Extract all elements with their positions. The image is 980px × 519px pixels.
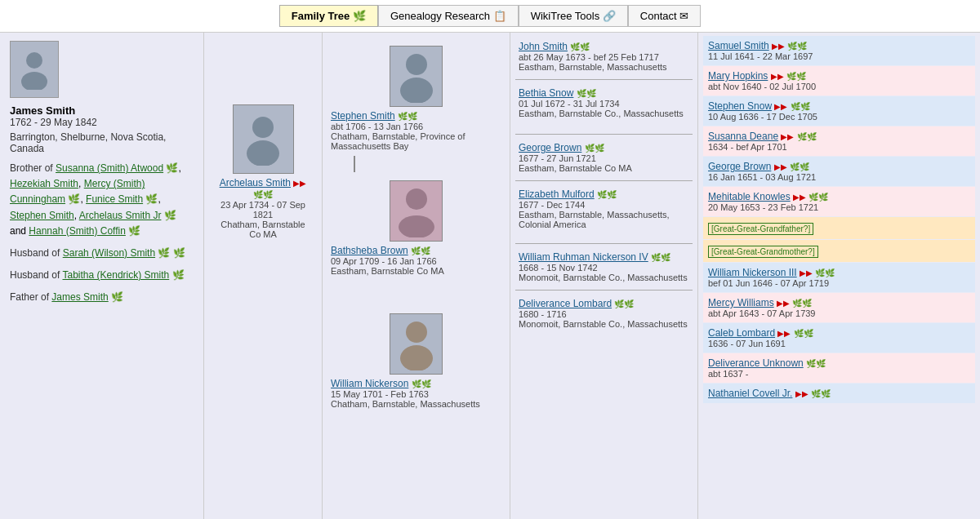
spacer-2 — [515, 123, 693, 131]
george-brown-ggf-dates: 16 Jan 1651 - 03 Aug 1721 — [708, 172, 970, 182]
william-nickerson-leaf-icon: 🌿🌿 — [412, 379, 431, 388]
deliverance-unknown-link[interactable]: Deliverance Unknown — [708, 357, 804, 369]
kin-link-sarah[interactable]: Sarah (Wilson) Smith — [63, 247, 155, 259]
nathaniel-covell-link[interactable]: Nathaniel Covell Jr. — [708, 388, 792, 399]
col5-caleb-lombard: Caleb Lombard ▶▶ 🌿🌿 1636 - 07 Jun 1691 — [703, 323, 975, 353]
svg-point-3 — [247, 140, 279, 166]
kin-link-funice[interactable]: Funice Smith — [86, 193, 143, 205]
samuel-dna-icon: ▶▶ — [772, 42, 785, 51]
col5-mary-hopkins: Mary Hopkins ▶▶ 🌿🌿 abt Nov 1640 - 02 Jul… — [703, 66, 975, 95]
john-smith-link[interactable]: John Smith — [519, 41, 568, 52]
kin-husband-1: Husband of Sarah (Wilson) Smith 🌿 🌿 — [10, 246, 194, 261]
kin-icon-9: 🌿 — [111, 291, 123, 303]
mehitable-dates: 20 May 1653 - 23 Feb 1721 — [708, 202, 970, 212]
tab-contact[interactable]: Contact ✉ — [628, 5, 701, 27]
william-nickerson-iii-link[interactable]: William Nickerson III — [708, 267, 797, 278]
susanna-deane-link[interactable]: Susanna Deane — [708, 131, 778, 142]
col5-ggf-unknown: [Great-Great-Grandfather?] — [703, 217, 975, 239]
james-smith-place: Barrington, Shelburne, Nova Scotia, Cana… — [10, 131, 194, 154]
bathsheba-dates: 09 Apr 1709 - 16 Jan 1766 — [331, 256, 501, 266]
kin-icon-2: 🌿 — [68, 193, 80, 205]
elizabeth-mulford-link[interactable]: Elizabeth Mulford — [519, 189, 595, 200]
deliverance-place: Monomoit, Barnstable Co., Massachusetts — [519, 319, 689, 329]
mercy-williams-dates: abt Apr 1643 - 07 Apr 1739 — [708, 308, 970, 318]
kin-link-archelaus-jr[interactable]: Archelaus Smith Jr — [79, 210, 162, 221]
svg-point-5 — [400, 78, 433, 103]
nav-icon-1: 📋 — [493, 10, 506, 22]
caleb-lombard-link[interactable]: Caleb Lombard — [708, 327, 775, 339]
samuel-smith-dates: 11 Jul 1641 - 22 Mar 1697 — [708, 51, 970, 61]
george-ggf-dna-icon: ▶▶ — [774, 162, 787, 171]
kin-link-stephen[interactable]: Stephen Smith — [10, 210, 74, 221]
tab-family-tree[interactable]: Family Tree 🌿 — [279, 5, 378, 27]
col4-deliverance-lombard: Deliverance Lombard 🌿🌿 1680 - 1716 Monom… — [515, 293, 693, 334]
column-5: Samuel Smith ▶▶ 🌿🌿 11 Jul 1641 - 22 Mar … — [698, 33, 980, 519]
kin-link-hannah[interactable]: Hannah (Smith) Coffin — [29, 225, 126, 237]
william-iii-dates: bef 01 Jun 1646 - 07 Apr 1719 — [708, 278, 970, 288]
george-brown-ggf-link[interactable]: George Brown — [708, 161, 771, 172]
samuel-smith-link[interactable]: Samuel Smith — [708, 40, 769, 51]
william-nickerson-link[interactable]: William Nickerson — [331, 378, 408, 389]
archelaus-dna-icon: ▶▶ — [293, 179, 306, 188]
bethia-snow-link[interactable]: Bethia Snow — [519, 87, 573, 99]
elizabeth-place: Eastham, Barnstable, Massachusetts, Colo… — [519, 210, 689, 229]
svg-point-7 — [399, 215, 434, 237]
nathaniel-leaf-icon: 🌿🌿 — [811, 389, 831, 398]
bethia-leaf-icon: 🌿🌿 — [577, 89, 596, 98]
col5-mercy-williams: Mercy Williams ▶▶ 🌿🌿 abt Apr 1643 - 07 A… — [703, 293, 975, 322]
divider-1 — [515, 79, 693, 80]
col4-john-smith: John Smith 🌿🌿 abt 26 May 1673 - bef 25 F… — [515, 36, 693, 77]
kin-icon-6: 🌿 — [158, 247, 170, 259]
ggm-label[interactable]: [Great-Great-Grandmother?] — [708, 246, 818, 258]
deliverance-lombard-link[interactable]: Deliverance Lombard — [519, 298, 612, 309]
caleb-dna-icon: ▶▶ — [777, 329, 791, 338]
kin-link-james-jr[interactable]: James Smith — [51, 291, 108, 303]
col5-deliverance-unknown: Deliverance Unknown 🌿🌿 abt 1637 - — [703, 353, 975, 383]
bethia-dates: 01 Jul 1672 - 31 Jul 1734 — [519, 99, 689, 109]
susanna-leaf-icon: 🌿🌿 — [797, 132, 817, 141]
george-brown-link[interactable]: George Brown — [519, 142, 581, 153]
george-ggf-leaf-icon: 🌿🌿 — [790, 162, 809, 171]
john-smith-place: Eastham, Barnstable, Massachusetts — [519, 62, 689, 72]
col4-george-brown: George Brown 🌿🌿 1677 - 27 Jun 1721 Easth… — [515, 137, 693, 178]
stephen-smith-link[interactable]: Stephen Smith — [331, 110, 395, 122]
kin-link-susanna[interactable]: Susanna (Smith) Atwood — [56, 162, 163, 174]
samuel-leaf-icon: 🌿🌿 — [787, 42, 807, 51]
kin-link-hezekiah[interactable]: Hezekiah Smith — [10, 178, 78, 189]
kin-icon-8: 🌿 — [172, 269, 185, 281]
col3-stephen-smith: Stephen Smith 🌿🌿 abt 1706 - 13 Jan 1766 … — [327, 36, 505, 156]
elizabeth-dates: 1677 - Dec 1744 — [519, 200, 689, 210]
svg-point-1 — [21, 72, 47, 90]
stephen-snow-leaf-icon: 🌿🌿 — [791, 102, 810, 111]
mehitable-knowles-link[interactable]: Mehitable Knowles — [708, 191, 791, 202]
col3-william-nickerson: William Nickerson 🌿🌿 15 May 1701 - Feb 1… — [327, 305, 505, 414]
avatar-james-smith — [10, 41, 59, 98]
james-smith-dates: 1762 - 29 May 1842 — [10, 117, 194, 128]
tab-genealogy-research[interactable]: Genealogy Research 📋 — [378, 5, 519, 27]
avatar-stephen-smith — [390, 46, 443, 107]
john-smith-dates: abt 26 May 1673 - bef 25 Feb 1717 — [519, 52, 689, 62]
mary-hopkins-link[interactable]: Mary Hopkins — [708, 70, 768, 82]
stephen-snow-link[interactable]: Stephen Snow — [708, 100, 772, 112]
john-smith-leaf-icon: 🌿🌿 — [570, 42, 590, 51]
ggf-label[interactable]: [Great-Great-Grandfather?] — [708, 223, 813, 235]
bathsheba-brown-link[interactable]: Bathsheba Brown — [331, 245, 408, 256]
william-iv-leaf-icon: 🌿🌿 — [651, 253, 670, 262]
col4-bethia-snow: Bethia Snow 🌿🌿 01 Jul 1672 - 31 Jul 1734… — [515, 82, 693, 123]
william-iii-leaf-icon: 🌿🌿 — [815, 268, 835, 277]
kin-husband-2: Husband of Tabitha (Kendrick) Smith 🌿 — [10, 268, 194, 283]
main-content: James Smith 1762 - 29 May 1842 Barringto… — [0, 33, 980, 519]
deliverance-unknown-leaf-icon: 🌿🌿 — [806, 359, 826, 368]
archelaus-smith-link[interactable]: Archelaus Smith — [220, 177, 291, 189]
mercy-williams-link[interactable]: Mercy Williams — [708, 297, 774, 308]
spacer-1 — [327, 281, 505, 305]
william-nickerson-iv-link[interactable]: William Ruhman Nickerson IV — [519, 251, 648, 263]
susanna-dna-icon: ▶▶ — [781, 132, 794, 141]
mercy-dna-icon: ▶▶ — [777, 299, 790, 308]
col5-samuel-smith: Samuel Smith ▶▶ 🌿🌿 11 Jul 1641 - 22 Mar … — [703, 36, 975, 65]
kin-link-tabitha[interactable]: Tabitha (Kendrick) Smith — [63, 269, 170, 281]
james-smith-name: James Smith — [10, 104, 194, 117]
mehitable-dna-icon: ▶▶ — [793, 193, 806, 202]
tab-wikitree-tools[interactable]: WikiTree Tools 🔗 — [519, 5, 628, 27]
col3-bathsheba-brown: Bathsheba Brown 🌿🌿 09 Apr 1709 - 16 Jan … — [327, 172, 505, 281]
